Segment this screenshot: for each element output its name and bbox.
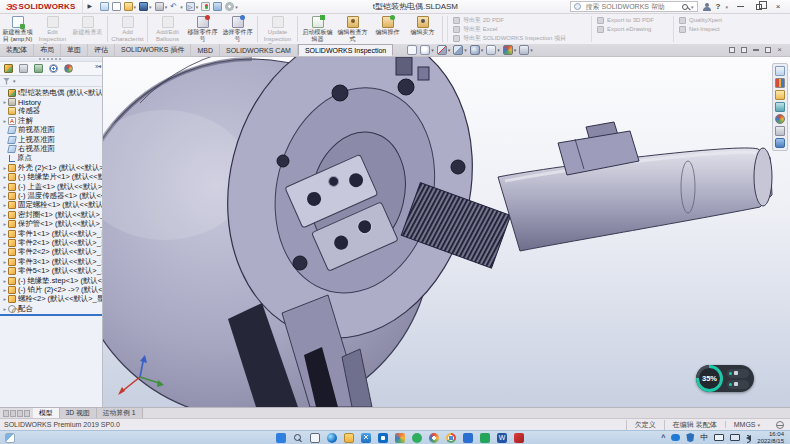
- minimize-button[interactable]: [733, 1, 747, 13]
- filter-caret-icon[interactable]: ▾: [13, 78, 16, 84]
- dropdown-caret-icon[interactable]: ▾: [196, 4, 199, 10]
- tree-filter[interactable]: ▾: [0, 76, 102, 87]
- search-dropdown-caret-icon[interactable]: ▾: [691, 4, 694, 10]
- tree-item[interactable]: ▸ 零件3<1> (默认<<默认>_显示状态: [2, 257, 102, 266]
- open-icon[interactable]: ▾: [124, 2, 137, 11]
- tree-item[interactable]: ▸ t型铠装热电偶 (默认<默认_显示状态-1>): [2, 88, 102, 97]
- select-icon[interactable]: ▷ ▾: [186, 2, 199, 11]
- hide-show-items-icon[interactable]: ▾: [486, 45, 500, 55]
- custom-properties-icon[interactable]: [775, 126, 785, 136]
- file-properties-icon[interactable]: ▾: [213, 2, 222, 11]
- design-library-icon[interactable]: [775, 78, 785, 88]
- tab-sketch[interactable]: 草图: [61, 44, 88, 56]
- print-icon[interactable]: ▾: [155, 2, 168, 11]
- ime-indicator[interactable]: 中: [700, 432, 708, 443]
- edge-icon[interactable]: [327, 433, 337, 443]
- qualityxpert-button[interactable]: QualityXpert: [679, 16, 731, 24]
- recorder-button-1[interactable]: [727, 369, 749, 378]
- new-document-icon[interactable]: ▾: [112, 2, 121, 11]
- volume-icon[interactable]: [746, 435, 751, 441]
- add-edit-balloons-button[interactable]: Add/Edit Balloons: [150, 14, 185, 44]
- add-characteristic-button[interactable]: Add Characteristic: [110, 14, 145, 44]
- dropdown-caret-icon[interactable]: ▾: [514, 47, 517, 53]
- file-explorer-taskbar-icon[interactable]: [344, 433, 354, 443]
- widgets-icon[interactable]: [5, 433, 15, 443]
- tree-item[interactable]: ▸ 螺栓<2> (默认<<默认>_显示状态: [2, 295, 102, 304]
- tree-item[interactable]: ▸ 零件5<1> (默认<<默认>_显示状态: [2, 266, 102, 275]
- doc-restore-icon[interactable]: [765, 47, 771, 53]
- screen-recorder-widget[interactable]: 35%: [696, 365, 754, 392]
- microsoft-store-icon[interactable]: [378, 433, 388, 443]
- file-explorer-icon[interactable]: [775, 90, 785, 100]
- tab-3d-views[interactable]: 3D 视图: [60, 408, 97, 418]
- tab-layout[interactable]: 布局: [34, 44, 61, 56]
- tree-item[interactable]: ▸ (-) 绝缘垫片<1> (默认<<默认>_显示: [2, 173, 102, 182]
- dropdown-caret-icon[interactable]: ▾: [134, 4, 137, 10]
- tab-solidworks-cam[interactable]: SOLIDWORKS CAM: [220, 44, 298, 56]
- tab-model[interactable]: 模型: [33, 408, 60, 418]
- doc-close-icon[interactable]: ×: [777, 46, 782, 54]
- tree-item[interactable]: ▸ History: [2, 97, 102, 106]
- dropdown-caret-icon[interactable]: ▾: [464, 47, 467, 53]
- tree-item[interactable]: ▸ (-) 温度传感器<1> (默认<<默认>_显示: [2, 191, 102, 200]
- help-icon[interactable]: ?: [716, 2, 721, 11]
- tree-item[interactable]: ▸ 零件1<1> (默认<<默认>_显示状态: [2, 229, 102, 238]
- tree-item[interactable]: ▸ (-) 铂片 (2)<2> ->? (默认<<默认>_: [2, 285, 102, 294]
- update-inspection-project-button[interactable]: Update Inspection Project: [260, 14, 295, 44]
- view-settings-icon[interactable]: ▾: [519, 45, 533, 55]
- zoom-to-area-icon[interactable]: ▾: [420, 45, 434, 55]
- dropdown-caret-icon[interactable]: ▾: [530, 47, 533, 53]
- chrome-icon[interactable]: [446, 433, 456, 443]
- tree-item[interactable]: ▸ 右视基准面: [2, 144, 102, 153]
- word-icon[interactable]: [497, 433, 507, 443]
- model-viewport[interactable]: [0, 57, 790, 407]
- home-icon[interactable]: ▾: [100, 2, 109, 11]
- rebuild-traffic-light-icon[interactable]: ▾: [201, 2, 210, 11]
- search-icon[interactable]: [682, 4, 688, 10]
- dropdown-caret-icon[interactable]: ▾: [431, 47, 434, 53]
- tab-solidworks-inspection[interactable]: SOLIDWORKS Inspection: [298, 44, 393, 56]
- display-icon[interactable]: [730, 434, 740, 441]
- edit-operations-button[interactable]: 编辑操作: [370, 14, 405, 44]
- tree-item[interactable]: ▸ (-) 上盖<1> (默认<<默认>_显示状态: [2, 182, 102, 191]
- save-icon[interactable]: ▾: [139, 2, 152, 11]
- launch-template-editor-button[interactable]: 启动模板编辑器: [300, 14, 335, 44]
- options-gear-icon[interactable]: ▾: [225, 2, 238, 11]
- export-2d-pdf-button[interactable]: 导出至 2D PDF: [453, 16, 585, 24]
- dropdown-caret-icon[interactable]: ▾: [481, 47, 484, 53]
- tree-item[interactable]: ▸ (-) 绝缘垫.step<1> (默认<<默认>_: [2, 276, 102, 285]
- start-button[interactable]: [276, 433, 286, 443]
- browser-ring-icon[interactable]: [429, 433, 439, 443]
- keyboard-icon[interactable]: [714, 434, 724, 441]
- tree-item[interactable]: ▸ 零件2<1> (默认<<默认>_显示状态: [2, 238, 102, 247]
- display-style-icon[interactable]: ▾: [470, 45, 484, 55]
- dropdown-caret-icon[interactable]: ▾: [448, 47, 451, 53]
- recorder-button-2[interactable]: [727, 380, 749, 389]
- dropdown-caret-icon[interactable]: ▾: [235, 4, 238, 10]
- onedrive-tray-icon[interactable]: [671, 434, 680, 441]
- tree-item[interactable]: ▸ 原点: [2, 154, 102, 163]
- displaymanager-tab-icon[interactable]: [62, 63, 75, 75]
- model-tab-scroll-buttons[interactable]: [0, 408, 33, 418]
- view-orientation-icon[interactable]: ▾: [453, 45, 467, 55]
- section-view-icon[interactable]: ▾: [437, 45, 451, 55]
- taskbar-search-icon[interactable]: [293, 433, 303, 443]
- remove-balloons-button[interactable]: 移除零件序号: [185, 14, 220, 44]
- tree-item[interactable]: ▸ 固定螺栓<1> (默认<<默认>_显示状: [2, 201, 102, 210]
- zoom-to-fit-icon[interactable]: ▾: [407, 45, 417, 55]
- solidworks-resources-icon[interactable]: [775, 66, 785, 76]
- tree-item[interactable]: ▸ 前视基准面: [2, 126, 102, 135]
- flyout-expand-icon[interactable]: ▶ ▾: [88, 2, 97, 11]
- security-shield-icon[interactable]: [686, 433, 694, 442]
- select-balloons-button[interactable]: 选择零件序号: [220, 14, 255, 44]
- green-app-icon[interactable]: [412, 433, 422, 443]
- export-edrawing-button[interactable]: Export eDrawing: [597, 25, 667, 33]
- dropdown-caret-icon[interactable]: ▾: [497, 47, 500, 53]
- doc-window-icon-1[interactable]: [729, 47, 735, 53]
- dimxpertmanager-tab-icon[interactable]: [47, 63, 60, 75]
- dropdown-caret-icon[interactable]: ▾: [165, 4, 168, 10]
- tree-item[interactable]: ▸ 密封圈<1> (默认<<默认>_显示状: [2, 210, 102, 219]
- export-excel-button[interactable]: 导出至 Excel: [453, 25, 585, 33]
- doc-minimize-icon[interactable]: [753, 49, 759, 51]
- wps-icon[interactable]: [480, 433, 490, 443]
